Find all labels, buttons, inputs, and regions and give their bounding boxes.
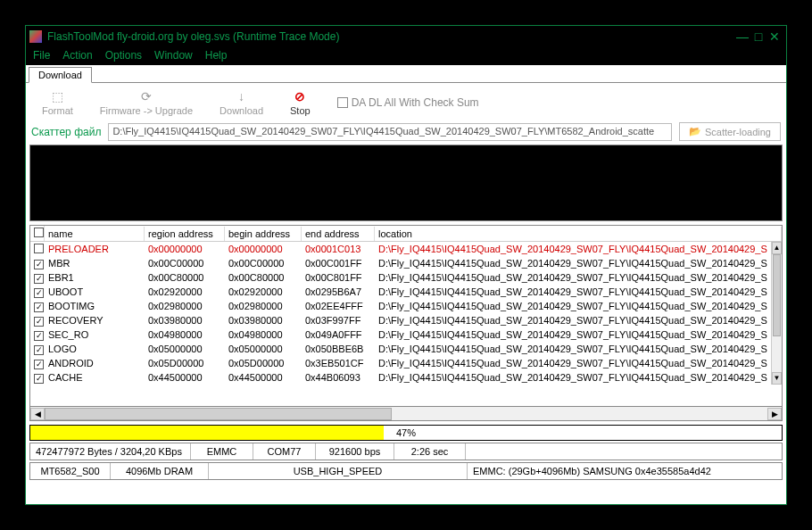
table-horizontal-scrollbar[interactable]: ◀ ▶ bbox=[29, 407, 783, 421]
scroll-left-icon[interactable]: ◀ bbox=[30, 408, 45, 420]
table-row[interactable]: ✓ANDROID0x05D000000x05D000000x3EB501CFD:… bbox=[30, 356, 771, 370]
status-com-port: COM77 bbox=[253, 443, 316, 460]
table-row[interactable]: ✓UBOOT0x029200000x029200000x0295B6A7D:\F… bbox=[30, 285, 771, 299]
row-name: UBOOT bbox=[45, 286, 145, 297]
row-checkbox[interactable]: ✓ bbox=[34, 260, 44, 269]
row-checkbox[interactable]: ✓ bbox=[34, 274, 44, 284]
row-begin-address: 0x03980000 bbox=[225, 315, 302, 326]
menu-help[interactable]: Help bbox=[205, 49, 228, 62]
table-row[interactable]: ✓MBR0x00C000000x00C000000x00C001FFD:\Fly… bbox=[30, 256, 771, 270]
row-end-address: 0x3EB501CF bbox=[302, 358, 375, 369]
status-usb: USB_HIGH_SPEED bbox=[209, 463, 468, 479]
scroll-down-icon[interactable]: ▼ bbox=[772, 372, 782, 385]
menu-options[interactable]: Options bbox=[105, 49, 142, 62]
scroll-up-icon[interactable]: ▲ bbox=[772, 242, 782, 254]
status-bar-1: 472477972 Bytes / 3204,20 KBps EMMC COM7… bbox=[29, 443, 783, 460]
app-window: FlashToolMod fly-droid.org by oleg.svs (… bbox=[25, 25, 787, 505]
stop-label: Stop bbox=[290, 105, 311, 116]
row-checkbox[interactable]: ✓ bbox=[34, 345, 44, 355]
table-row[interactable]: PRELOADER0x000000000x000000000x0001C013D… bbox=[30, 242, 771, 256]
col-location[interactable]: location bbox=[375, 227, 782, 241]
row-checkbox[interactable]: ✓ bbox=[34, 360, 44, 369]
row-begin-address: 0x44500000 bbox=[225, 372, 302, 383]
da-dl-checksum-label: DA DL All With Check Sum bbox=[352, 96, 479, 109]
firmware-upgrade-label: Firmware -> Upgrade bbox=[100, 105, 193, 116]
menu-window[interactable]: Window bbox=[154, 49, 193, 62]
menu-action[interactable]: Action bbox=[62, 49, 92, 62]
col-begin-address[interactable]: begin address bbox=[225, 227, 302, 241]
table-row[interactable]: ✓BOOTIMG0x029800000x029800000x02EE4FFFD:… bbox=[30, 299, 771, 313]
scatter-loading-label: Scatter-loading bbox=[705, 127, 771, 137]
row-begin-address: 0x04980000 bbox=[225, 329, 302, 340]
row-begin-address: 0x00C80000 bbox=[225, 272, 302, 283]
scatter-path-input[interactable]: D:\Fly_IQ4415\IQ4415Quad_SW_20140429_SW0… bbox=[108, 123, 672, 141]
tabstrip: Download bbox=[26, 65, 786, 83]
checkbox-all[interactable] bbox=[34, 228, 44, 237]
maximize-button[interactable]: □ bbox=[750, 29, 766, 44]
row-begin-address: 0x00000000 bbox=[225, 244, 302, 254]
stop-button[interactable]: ⊘ Stop bbox=[290, 89, 311, 116]
row-region-address: 0x02980000 bbox=[145, 301, 225, 311]
row-location: D:\Fly_IQ4415\IQ4415Quad_SW_20140429_SW0… bbox=[375, 286, 771, 297]
col-region-address[interactable]: region address bbox=[145, 227, 225, 241]
row-checkbox[interactable]: ✓ bbox=[34, 288, 44, 298]
scatter-loading-button[interactable]: 📂 Scatter-loading bbox=[679, 122, 781, 141]
menubar: File Action Options Window Help bbox=[26, 47, 786, 65]
row-end-address: 0x03F997FF bbox=[302, 315, 375, 326]
download-button[interactable]: ↓ Download bbox=[220, 89, 263, 116]
row-name: PRELOADER bbox=[45, 244, 145, 254]
download-icon: ↓ bbox=[235, 89, 249, 104]
row-region-address: 0x05000000 bbox=[145, 344, 225, 354]
firmware-upgrade-button[interactable]: ⟳ Firmware -> Upgrade bbox=[100, 89, 193, 116]
partition-table: name region address begin address end ad… bbox=[29, 225, 783, 407]
row-checkbox[interactable]: ✓ bbox=[34, 331, 44, 341]
row-name: BOOTIMG bbox=[45, 301, 145, 311]
row-name: ANDROID bbox=[45, 358, 145, 369]
row-end-address: 0x050BBE6B bbox=[302, 344, 375, 354]
row-location: D:\Fly_IQ4415\IQ4415Quad_SW_20140429_SW0… bbox=[375, 244, 771, 254]
close-button[interactable]: ✕ bbox=[766, 29, 783, 44]
row-region-address: 0x00C80000 bbox=[145, 272, 225, 283]
scatter-row: Скаттер файл D:\Fly_IQ4415\IQ4415Quad_SW… bbox=[26, 120, 786, 145]
row-name: MBR bbox=[45, 258, 145, 269]
row-begin-address: 0x02920000 bbox=[225, 286, 302, 297]
table-vertical-scrollbar[interactable]: ▲ ▼ bbox=[771, 242, 782, 385]
toolbar: ⬚ Format ⟳ Firmware -> Upgrade ↓ Downloa… bbox=[26, 83, 786, 120]
row-region-address: 0x00C00000 bbox=[145, 258, 225, 269]
status-emmc: EMMC: (29Gb+4096Mb) SAMSUNG 0x4e35585a4d… bbox=[468, 463, 782, 479]
row-location: D:\Fly_IQ4415\IQ4415Quad_SW_20140429_SW0… bbox=[375, 258, 771, 269]
row-checkbox[interactable] bbox=[34, 244, 44, 253]
row-location: D:\Fly_IQ4415\IQ4415Quad_SW_20140429_SW0… bbox=[375, 329, 771, 340]
menu-file[interactable]: File bbox=[33, 49, 50, 62]
row-location: D:\Fly_IQ4415\IQ4415Quad_SW_20140429_SW0… bbox=[375, 358, 771, 369]
table-row[interactable]: ✓SEC_RO0x049800000x049800000x049A0FFFD:\… bbox=[30, 327, 771, 342]
row-checkbox[interactable]: ✓ bbox=[34, 302, 44, 312]
row-end-address: 0x0001C013 bbox=[302, 244, 375, 254]
format-button[interactable]: ⬚ Format bbox=[42, 89, 73, 116]
row-location: D:\Fly_IQ4415\IQ4415Quad_SW_20140429_SW0… bbox=[375, 372, 771, 383]
table-row[interactable]: ✓LOGO0x050000000x050000000x050BBE6BD:\Fl… bbox=[30, 342, 771, 356]
scroll-right-icon[interactable]: ▶ bbox=[767, 408, 782, 420]
row-checkbox[interactable]: ✓ bbox=[34, 374, 44, 384]
format-label: Format bbox=[42, 105, 73, 116]
col-name[interactable]: name bbox=[45, 227, 145, 241]
row-checkbox[interactable]: ✓ bbox=[34, 317, 44, 327]
row-location: D:\Fly_IQ4415\IQ4415Quad_SW_20140429_SW0… bbox=[375, 315, 771, 326]
col-end-address[interactable]: end address bbox=[302, 227, 375, 241]
folder-open-icon: 📂 bbox=[689, 126, 701, 137]
table-row[interactable]: ✓CACHE0x445000000x445000000x44B06093D:\F… bbox=[30, 370, 771, 385]
row-end-address: 0x0295B6A7 bbox=[302, 286, 375, 297]
row-location: D:\Fly_IQ4415\IQ4415Quad_SW_20140429_SW0… bbox=[375, 344, 771, 354]
stop-icon: ⊘ bbox=[293, 89, 307, 104]
titlebar: FlashToolMod fly-droid.org by oleg.svs (… bbox=[26, 26, 786, 47]
row-region-address: 0x04980000 bbox=[145, 329, 225, 340]
row-location: D:\Fly_IQ4415\IQ4415Quad_SW_20140429_SW0… bbox=[375, 272, 771, 283]
table-row[interactable]: ✓RECOVERY0x039800000x039800000x03F997FFD… bbox=[30, 313, 771, 327]
da-dl-checksum-checkbox[interactable]: DA DL All With Check Sum bbox=[337, 96, 479, 109]
status-storage: EMMC bbox=[191, 443, 253, 460]
table-row[interactable]: ✓EBR10x00C800000x00C800000x00C801FFD:\Fl… bbox=[30, 270, 771, 285]
tab-download[interactable]: Download bbox=[29, 67, 92, 83]
minimize-button[interactable]: — bbox=[734, 29, 750, 44]
progress-bar: 47% bbox=[29, 425, 783, 441]
row-name: LOGO bbox=[45, 344, 145, 354]
